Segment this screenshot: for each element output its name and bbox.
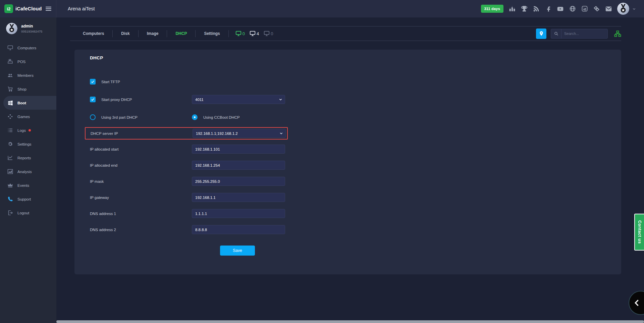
layers-icon[interactable]	[593, 5, 600, 12]
tab-bar: Computers Disk Image DHCP Settings 0 4 0	[70, 26, 621, 41]
mail-icon[interactable]	[605, 5, 612, 12]
user-name: admin	[21, 24, 42, 29]
facebook-icon[interactable]	[545, 5, 552, 12]
dns-address-2-label: DNS address 2	[90, 228, 192, 232]
brand-area: i2 iCafeCloud	[0, 0, 56, 17]
monitor-icon	[7, 45, 13, 51]
search-box	[551, 29, 608, 39]
start-tftp-checkbox[interactable]	[90, 79, 96, 85]
area-chart-icon	[7, 169, 13, 174]
pc-status-counters: 0 4 0	[235, 31, 273, 36]
ip-allocated-end-label: IP allocated end	[90, 163, 192, 167]
games-icon	[7, 114, 13, 119]
dns-address-2-input[interactable]	[192, 225, 285, 234]
icafe-icon[interactable]	[581, 5, 588, 12]
youtube-icon[interactable]	[557, 5, 564, 12]
ip-gateway-row: IP gateway	[90, 193, 621, 202]
sidebar-item-boot[interactable]: Boot	[3, 96, 56, 110]
dns-address-1-input[interactable]	[192, 209, 285, 218]
save-button[interactable]: Save	[220, 246, 255, 256]
icafecloud-logo-icon[interactable]: i2	[4, 4, 13, 13]
ip-mask-row: IP mask	[90, 177, 621, 186]
sidebar-item-computers[interactable]: Computers	[0, 41, 56, 55]
globe-icon[interactable]	[569, 5, 576, 12]
online-pc-counter[interactable]: 0	[235, 31, 245, 36]
scrollbar-thumb[interactable]	[56, 320, 644, 323]
tab-dhcp[interactable]: DHCP	[167, 30, 196, 37]
logs-icon	[7, 127, 13, 133]
ip-allocated-start-input[interactable]	[192, 145, 285, 154]
cart-icon	[7, 86, 13, 92]
trophy-icon[interactable]	[521, 5, 528, 12]
total-pc-counter[interactable]: 4	[250, 31, 259, 36]
tab-computers[interactable]: Computers	[74, 30, 113, 37]
sidebar-item-logout[interactable]: Logout	[0, 206, 56, 220]
rss-icon[interactable]	[533, 5, 540, 12]
hamburger-menu-icon[interactable]	[46, 6, 51, 12]
line-chart-icon	[7, 155, 13, 161]
brand-name: iCafeCloud	[15, 6, 42, 11]
user-id: 005193482475	[21, 30, 42, 33]
dhcp-mode-row: Using 3rd part DHCP Using CCBoot DHCP	[90, 113, 621, 122]
tab-controls	[536, 29, 621, 39]
start-tftp-label: Start TFTP	[101, 80, 120, 84]
chevron-down-icon	[279, 98, 282, 101]
sidebar-item-logs[interactable]: Logs	[0, 123, 56, 137]
days-remaining-badge[interactable]: 311 days	[481, 5, 503, 13]
tab-settings[interactable]: Settings	[196, 30, 228, 37]
chevron-down-icon[interactable]	[632, 7, 636, 11]
third-party-dhcp-radio[interactable]	[90, 114, 96, 120]
check-icon	[91, 98, 95, 101]
start-tftp-row: Start TFTP	[90, 77, 621, 86]
horizontal-scrollbar[interactable]	[56, 320, 644, 323]
sidebar-avatar[interactable]	[6, 23, 17, 34]
windows-icon	[7, 100, 13, 106]
monitor-offline-icon	[264, 31, 270, 36]
sidebar-item-shop[interactable]: Shop	[0, 82, 56, 96]
proxy-port-select[interactable]: 4011	[192, 95, 285, 104]
ccboot-dhcp-radio[interactable]	[192, 114, 198, 120]
location-pin-button[interactable]	[536, 29, 546, 39]
dhcp-server-ip-label: DHCP server IP	[91, 131, 193, 136]
crown-icon	[7, 182, 13, 188]
start-proxy-dhcp-checkbox[interactable]	[90, 97, 96, 102]
check-icon	[91, 80, 95, 84]
sidebar-nav: Computers POS Members Shop Boot Games Lo…	[0, 41, 56, 220]
ip-gateway-label: IP gateway	[90, 196, 192, 200]
ip-mask-input[interactable]	[192, 177, 285, 186]
ip-allocated-start-row: IP allocated start	[90, 145, 621, 154]
dhcp-server-ip-select[interactable]: 192.168.1.1;192.168.1.2	[193, 129, 286, 138]
search-input[interactable]	[561, 32, 605, 36]
ip-allocated-end-input[interactable]	[192, 161, 285, 170]
ranking-icon[interactable]	[508, 5, 516, 12]
sidebar-user-block: admin 005193482475	[0, 17, 56, 38]
contact-us-tab[interactable]: Contact us	[634, 214, 644, 251]
members-icon	[7, 72, 13, 78]
tab-image[interactable]: Image	[139, 30, 167, 37]
main-area: Computers Disk Image DHCP Settings 0 4 0	[56, 17, 644, 323]
ccboot-dhcp-label: Using CCBoot DHCP	[203, 115, 240, 119]
pin-icon	[539, 31, 544, 36]
search-icon[interactable]	[551, 29, 561, 38]
dhcp-form: Start TFTP Start proxy DHCP 4011	[90, 77, 621, 256]
dns-address-1-row: DNS address 1	[90, 209, 621, 218]
monitor-total-icon	[250, 31, 256, 36]
dns-address-1-label: DNS address 1	[90, 212, 192, 216]
ip-mask-label: IP mask	[90, 179, 192, 183]
tab-disk[interactable]: Disk	[113, 30, 138, 37]
sidebar-item-members[interactable]: Members	[0, 68, 56, 82]
sidebar-item-reports[interactable]: Reports	[0, 151, 56, 165]
sidebar-item-games[interactable]: Games	[0, 110, 56, 123]
ip-gateway-input[interactable]	[192, 193, 285, 202]
offline-pc-counter[interactable]: 0	[264, 31, 273, 36]
sidebar-item-analysis[interactable]: Analysis	[0, 165, 56, 178]
user-avatar[interactable]	[617, 3, 629, 15]
card-heading: DHCP	[90, 55, 621, 60]
phone-icon	[7, 196, 13, 202]
start-proxy-dhcp-row: Start proxy DHCP 4011	[90, 95, 621, 104]
sidebar-item-events[interactable]: Events	[0, 178, 56, 192]
sidebar-item-settings[interactable]: Settings	[0, 137, 56, 151]
sidebar-item-support[interactable]: Support	[0, 192, 56, 206]
sidebar-item-pos[interactable]: POS	[0, 55, 56, 68]
network-deploy-icon[interactable]	[614, 31, 621, 37]
